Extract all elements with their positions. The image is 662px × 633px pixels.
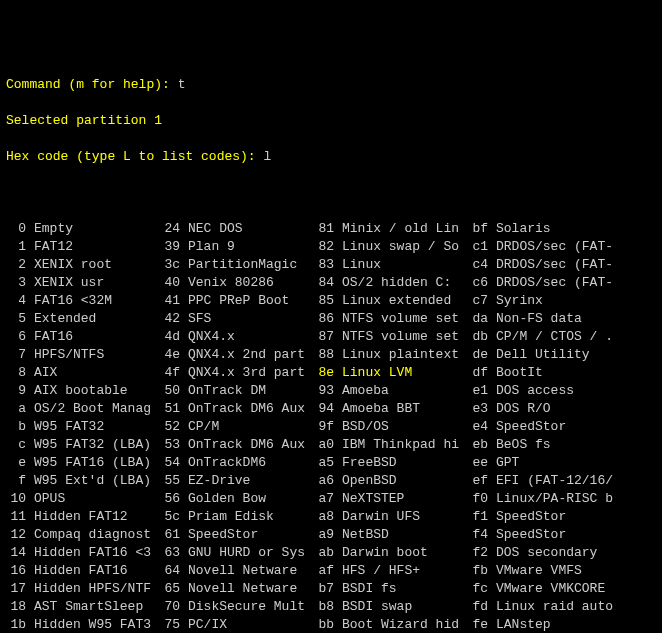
type-name: Linux LVM: [342, 364, 468, 382]
type-code: a6: [314, 472, 342, 490]
table-row: fW95 Ext'd (LBA)55EZ-Drivea6OpenBSDefEFI…: [6, 472, 656, 490]
type-code: 5: [6, 310, 34, 328]
type-name: FAT12: [34, 238, 160, 256]
type-code: 1b: [6, 616, 34, 633]
type-name: SpeedStor: [496, 508, 622, 526]
type-code: af: [314, 562, 342, 580]
type-name: SpeedStor: [188, 526, 314, 544]
table-row: bW95 FAT3252CP/M9fBSD/OSe4SpeedStor: [6, 418, 656, 436]
type-name: OpenBSD: [342, 472, 468, 490]
type-code: b8: [314, 598, 342, 616]
type-code: fb: [468, 562, 496, 580]
type-name: W95 Ext'd (LBA): [34, 472, 160, 490]
type-code: 83: [314, 256, 342, 274]
type-name: Novell Netware: [188, 580, 314, 598]
type-name: Linux plaintext: [342, 346, 468, 364]
type-code: 81: [314, 220, 342, 238]
type-name: Linux extended: [342, 292, 468, 310]
type-name: DOS R/O: [496, 400, 622, 418]
type-name: VMware VMKCORE: [496, 580, 622, 598]
type-name: Linux raid auto: [496, 598, 622, 616]
type-code: 86: [314, 310, 342, 328]
type-code: 18: [6, 598, 34, 616]
type-code: 52: [160, 418, 188, 436]
type-code: 17: [6, 580, 34, 598]
hex-prompt-1: Hex code (type L to list codes):: [6, 149, 263, 164]
type-code: 65: [160, 580, 188, 598]
type-code: da: [468, 310, 496, 328]
type-name: Novell Netware: [188, 562, 314, 580]
type-code: 8: [6, 364, 34, 382]
type-name: Hidden FAT12: [34, 508, 160, 526]
table-row: 7HPFS/NTFS4eQNX4.x 2nd part88Linux plain…: [6, 346, 656, 364]
partition-type-table: 0Empty24NEC DOS81Minix / old LinbfSolari…: [6, 220, 656, 633]
type-code: 39: [160, 238, 188, 256]
type-code: fd: [468, 598, 496, 616]
table-row: eW95 FAT16 (LBA)54OnTrackDM6a5FreeBSDeeG…: [6, 454, 656, 472]
type-code: 85: [314, 292, 342, 310]
type-name: DiskSecure Mult: [188, 598, 314, 616]
type-name: BeOS fs: [496, 436, 622, 454]
type-name: SpeedStor: [496, 418, 622, 436]
type-code: 12: [6, 526, 34, 544]
type-name: BSDI swap: [342, 598, 468, 616]
type-name: Syrinx: [496, 292, 622, 310]
cmd-prompt: Command (m for help):: [6, 77, 178, 92]
type-name: DOS access: [496, 382, 622, 400]
type-code: 42: [160, 310, 188, 328]
table-row: 0Empty24NEC DOS81Minix / old LinbfSolari…: [6, 220, 656, 238]
type-code: 24: [160, 220, 188, 238]
type-code: bf: [468, 220, 496, 238]
type-code: 64: [160, 562, 188, 580]
type-code: 4: [6, 292, 34, 310]
type-name: FreeBSD: [342, 454, 468, 472]
hex-input-l: l: [263, 149, 271, 164]
type-name: Amoeba: [342, 382, 468, 400]
type-code: e: [6, 454, 34, 472]
type-code: de: [468, 346, 496, 364]
table-row: 3XENIX usr40Venix 8028684OS/2 hidden C:c…: [6, 274, 656, 292]
type-code: 61: [160, 526, 188, 544]
type-name: NeXTSTEP: [342, 490, 468, 508]
type-code: a8: [314, 508, 342, 526]
type-code: 8e: [314, 364, 342, 382]
type-name: W95 FAT32 (LBA): [34, 436, 160, 454]
type-code: df: [468, 364, 496, 382]
type-name: OnTrack DM6 Aux: [188, 436, 314, 454]
type-code: b7: [314, 580, 342, 598]
cmd-input-t: t: [178, 77, 186, 92]
type-code: 56: [160, 490, 188, 508]
type-name: OnTrack DM6 Aux: [188, 400, 314, 418]
type-code: 41: [160, 292, 188, 310]
table-row: 14Hidden FAT16 <363GNU HURD or SysabDarw…: [6, 544, 656, 562]
type-name: Darwin boot: [342, 544, 468, 562]
type-name: HPFS/NTFS: [34, 346, 160, 364]
type-name: QNX4.x 3rd part: [188, 364, 314, 382]
type-name: Hidden HPFS/NTF: [34, 580, 160, 598]
type-code: a5: [314, 454, 342, 472]
type-code: a0: [314, 436, 342, 454]
type-code: 50: [160, 382, 188, 400]
type-name: GNU HURD or Sys: [188, 544, 314, 562]
type-name: Amoeba BBT: [342, 400, 468, 418]
table-row: 17Hidden HPFS/NTF65Novell Netwareb7BSDI …: [6, 580, 656, 598]
type-name: Boot Wizard hid: [342, 616, 468, 633]
type-code: 7: [6, 346, 34, 364]
type-code: ee: [468, 454, 496, 472]
type-code: 53: [160, 436, 188, 454]
type-name: W95 FAT16 (LBA): [34, 454, 160, 472]
type-code: 3: [6, 274, 34, 292]
table-row: aOS/2 Boot Manag51OnTrack DM6 Aux94Amoeb…: [6, 400, 656, 418]
type-name: SFS: [188, 310, 314, 328]
type-name: QNX4.x 2nd part: [188, 346, 314, 364]
type-name: BSD/OS: [342, 418, 468, 436]
type-code: f: [6, 472, 34, 490]
type-name: Linux swap / So: [342, 238, 468, 256]
type-code: 2: [6, 256, 34, 274]
type-code: 4f: [160, 364, 188, 382]
type-code: 82: [314, 238, 342, 256]
table-row: 18AST SmartSleep70DiskSecure Multb8BSDI …: [6, 598, 656, 616]
type-code: a: [6, 400, 34, 418]
type-code: fe: [468, 616, 496, 633]
table-row: 10OPUS56Golden Bowa7NeXTSTEPf0Linux/PA-R…: [6, 490, 656, 508]
